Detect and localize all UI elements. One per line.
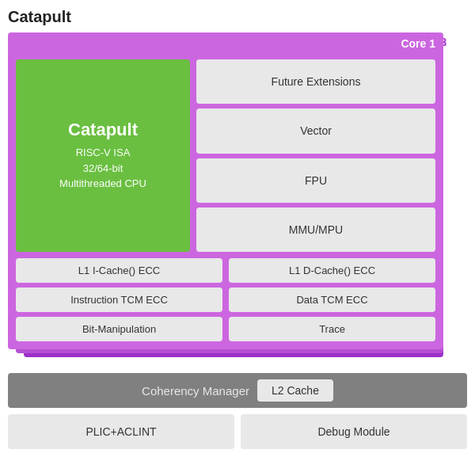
l2-cache-box: L2 Cache [257,379,333,402]
catapult-cpu-block: Catapult RISC-V ISA32/64-bitMultithreade… [16,59,190,252]
l1-dcache-box: L1 D-Cache() ECC [229,258,435,283]
bit-manipulation-box: Bit-Manipulation [16,317,222,341]
core-bottom-rows: L1 I-Cache() ECC L1 D-Cache() ECC Instru… [16,258,435,341]
catapult-block-subtitle: RISC-V ISA32/64-bitMultithreaded CPU [59,145,146,192]
core-top-row: Catapult RISC-V ISA32/64-bitMultithreade… [16,59,435,252]
page-container: Catapult 8 2 Core 1 Catapult RISC-V ISA3… [0,0,475,476]
core-1-layer: Core 1 Catapult RISC-V ISA32/64-bitMulti… [8,32,443,349]
feature-future-extensions: Future Extensions [196,59,435,104]
instruction-tcm-box: Instruction TCM ECC [16,288,222,312]
feature-column: Future Extensions Vector FPU MMU/MPU [196,59,435,252]
l1-icache-box: L1 I-Cache() ECC [16,258,222,283]
bottom-section: Coherency Manager L2 Cache PLIC+ACLINT D… [8,373,467,449]
trace-box: Trace [229,317,435,341]
plic-box: PLIC+ACLINT [8,414,234,449]
feature-vector: Vector [196,109,435,153]
core-inner: Catapult RISC-V ISA32/64-bitMultithreade… [16,40,435,341]
debug-module-box: Debug Module [241,414,467,449]
catapult-block-title: Catapult [68,120,138,140]
feature-fpu: FPU [196,158,435,203]
coherency-label: Coherency Manager [142,384,249,398]
core-1-label: Core 1 [401,37,435,50]
data-tcm-box: Data TCM ECC [229,288,435,312]
cores-stack: 8 2 Core 1 Catapult RISC-V ISA32/64-bitM… [8,32,451,365]
coherency-bar: Coherency Manager L2 Cache [8,373,467,408]
cache-row: L1 I-Cache() ECC L1 D-Cache() ECC [16,258,435,283]
misc-row: Bit-Manipulation Trace [16,317,435,341]
tcm-row: Instruction TCM ECC Data TCM ECC [16,288,435,312]
page-title: Catapult [8,8,467,26]
feature-mmu-mpu: MMU/MPU [196,208,435,252]
plic-debug-bar: PLIC+ACLINT Debug Module [8,414,467,449]
